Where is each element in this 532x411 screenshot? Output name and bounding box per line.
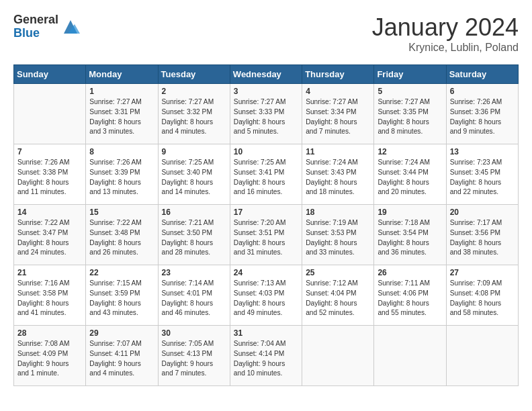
calendar-cell: 12Sunrise: 7:24 AMSunset: 3:44 PMDayligh… xyxy=(374,144,446,205)
day-number: 29 xyxy=(89,328,154,338)
calendar-cell: 29Sunrise: 7:07 AMSunset: 4:11 PMDayligh… xyxy=(86,326,158,386)
calendar-cell: 10Sunrise: 7:25 AMSunset: 3:41 PMDayligh… xyxy=(230,144,302,205)
day-info: Sunrise: 7:25 AMSunset: 3:40 PMDaylight:… xyxy=(162,158,226,197)
day-info: Sunrise: 7:09 AMSunset: 4:08 PMDaylight:… xyxy=(450,279,515,318)
weekday-header: Friday xyxy=(374,65,446,84)
calendar-cell: 21Sunrise: 7:16 AMSunset: 3:58 PMDayligh… xyxy=(14,265,86,326)
day-number: 6 xyxy=(450,87,515,96)
day-number: 21 xyxy=(17,268,82,277)
day-number: 12 xyxy=(378,147,442,156)
day-number: 17 xyxy=(234,208,298,217)
logo: General Blue xyxy=(13,13,80,40)
day-number: 15 xyxy=(89,208,154,217)
day-info: Sunrise: 7:24 AMSunset: 3:44 PMDaylight:… xyxy=(378,158,442,197)
day-info: Sunrise: 7:05 AMSunset: 4:13 PMDaylight:… xyxy=(162,339,226,379)
day-info: Sunrise: 7:08 AMSunset: 4:09 PMDaylight:… xyxy=(17,339,82,379)
location: Krynice, Lublin, Poland xyxy=(372,42,519,54)
calendar-cell: 27Sunrise: 7:09 AMSunset: 4:08 PMDayligh… xyxy=(446,265,518,326)
page-header: General Blue January 2024 Krynice, Lubli… xyxy=(13,13,519,54)
logo-general-text: General xyxy=(13,13,58,27)
day-info: Sunrise: 7:26 AMSunset: 3:36 PMDaylight:… xyxy=(450,97,515,137)
calendar-cell xyxy=(14,84,86,144)
calendar-cell: 7Sunrise: 7:26 AMSunset: 3:38 PMDaylight… xyxy=(14,144,86,205)
day-info: Sunrise: 7:16 AMSunset: 3:58 PMDaylight:… xyxy=(17,279,82,318)
day-number: 10 xyxy=(234,147,298,156)
day-info: Sunrise: 7:15 AMSunset: 3:59 PMDaylight:… xyxy=(89,279,154,318)
weekday-header: Monday xyxy=(86,65,158,84)
calendar-cell: 20Sunrise: 7:17 AMSunset: 3:56 PMDayligh… xyxy=(446,205,518,265)
calendar-cell: 26Sunrise: 7:11 AMSunset: 4:06 PMDayligh… xyxy=(374,265,446,326)
day-info: Sunrise: 7:12 AMSunset: 4:04 PMDaylight:… xyxy=(306,279,370,318)
calendar-cell: 4Sunrise: 7:27 AMSunset: 3:34 PMDaylight… xyxy=(302,84,374,144)
day-info: Sunrise: 7:17 AMSunset: 3:56 PMDaylight:… xyxy=(450,218,515,258)
calendar-cell: 18Sunrise: 7:19 AMSunset: 3:53 PMDayligh… xyxy=(302,205,374,265)
day-number: 18 xyxy=(306,208,370,217)
month-title: January 2024 xyxy=(372,13,519,42)
day-number: 24 xyxy=(234,268,298,277)
day-number: 23 xyxy=(162,268,226,277)
calendar-cell: 13Sunrise: 7:23 AMSunset: 3:45 PMDayligh… xyxy=(446,144,518,205)
day-number: 7 xyxy=(17,147,82,156)
day-number: 4 xyxy=(306,87,370,96)
day-number: 14 xyxy=(17,208,82,217)
day-info: Sunrise: 7:25 AMSunset: 3:41 PMDaylight:… xyxy=(234,158,298,197)
weekday-header: Thursday xyxy=(302,65,374,84)
calendar-cell: 5Sunrise: 7:27 AMSunset: 3:35 PMDaylight… xyxy=(374,84,446,144)
calendar-cell xyxy=(374,326,446,386)
calendar-cell xyxy=(302,326,374,386)
day-info: Sunrise: 7:27 AMSunset: 3:34 PMDaylight:… xyxy=(306,97,370,137)
day-info: Sunrise: 7:27 AMSunset: 3:31 PMDaylight:… xyxy=(89,97,154,137)
day-info: Sunrise: 7:21 AMSunset: 3:50 PMDaylight:… xyxy=(162,218,226,258)
calendar-table: SundayMondayTuesdayWednesdayThursdayFrid… xyxy=(13,64,519,386)
calendar-cell: 11Sunrise: 7:24 AMSunset: 3:43 PMDayligh… xyxy=(302,144,374,205)
calendar-cell: 9Sunrise: 7:25 AMSunset: 3:40 PMDaylight… xyxy=(158,144,230,205)
calendar-cell: 28Sunrise: 7:08 AMSunset: 4:09 PMDayligh… xyxy=(14,326,86,386)
day-info: Sunrise: 7:26 AMSunset: 3:38 PMDaylight:… xyxy=(17,158,82,197)
day-number: 30 xyxy=(162,328,226,338)
day-number: 5 xyxy=(378,87,442,96)
calendar-cell: 19Sunrise: 7:18 AMSunset: 3:54 PMDayligh… xyxy=(374,205,446,265)
day-info: Sunrise: 7:20 AMSunset: 3:51 PMDaylight:… xyxy=(234,218,298,258)
calendar-cell: 25Sunrise: 7:12 AMSunset: 4:04 PMDayligh… xyxy=(302,265,374,326)
day-number: 9 xyxy=(162,147,226,156)
calendar-cell: 15Sunrise: 7:22 AMSunset: 3:48 PMDayligh… xyxy=(86,205,158,265)
day-info: Sunrise: 7:22 AMSunset: 3:47 PMDaylight:… xyxy=(17,218,82,258)
calendar-cell: 3Sunrise: 7:27 AMSunset: 3:33 PMDaylight… xyxy=(230,84,302,144)
day-number: 8 xyxy=(89,147,154,156)
day-number: 27 xyxy=(450,268,515,277)
day-info: Sunrise: 7:26 AMSunset: 3:39 PMDaylight:… xyxy=(89,158,154,197)
day-info: Sunrise: 7:11 AMSunset: 4:06 PMDaylight:… xyxy=(378,279,442,318)
day-number: 11 xyxy=(306,147,370,156)
logo-blue-text: Blue xyxy=(13,27,58,40)
day-info: Sunrise: 7:04 AMSunset: 4:14 PMDaylight:… xyxy=(234,339,298,379)
day-number: 2 xyxy=(162,87,226,96)
calendar-cell: 8Sunrise: 7:26 AMSunset: 3:39 PMDaylight… xyxy=(86,144,158,205)
day-info: Sunrise: 7:27 AMSunset: 3:32 PMDaylight:… xyxy=(162,97,226,137)
calendar-cell: 17Sunrise: 7:20 AMSunset: 3:51 PMDayligh… xyxy=(230,205,302,265)
day-number: 26 xyxy=(378,268,442,277)
calendar-cell: 23Sunrise: 7:14 AMSunset: 4:01 PMDayligh… xyxy=(158,265,230,326)
day-number: 3 xyxy=(234,87,298,96)
calendar-cell: 2Sunrise: 7:27 AMSunset: 3:32 PMDaylight… xyxy=(158,84,230,144)
day-info: Sunrise: 7:27 AMSunset: 3:33 PMDaylight:… xyxy=(234,97,298,137)
day-number: 25 xyxy=(306,268,370,277)
day-number: 1 xyxy=(89,87,154,96)
calendar-cell: 6Sunrise: 7:26 AMSunset: 3:36 PMDaylight… xyxy=(446,84,518,144)
day-number: 22 xyxy=(89,268,154,277)
calendar-cell xyxy=(446,326,518,386)
calendar-cell: 24Sunrise: 7:13 AMSunset: 4:03 PMDayligh… xyxy=(230,265,302,326)
day-number: 20 xyxy=(450,208,515,217)
day-info: Sunrise: 7:27 AMSunset: 3:35 PMDaylight:… xyxy=(378,97,442,137)
day-info: Sunrise: 7:14 AMSunset: 4:01 PMDaylight:… xyxy=(162,279,226,318)
day-info: Sunrise: 7:13 AMSunset: 4:03 PMDaylight:… xyxy=(234,279,298,318)
calendar-cell: 22Sunrise: 7:15 AMSunset: 3:59 PMDayligh… xyxy=(86,265,158,326)
calendar-cell: 16Sunrise: 7:21 AMSunset: 3:50 PMDayligh… xyxy=(158,205,230,265)
day-number: 31 xyxy=(234,328,298,338)
weekday-header: Tuesday xyxy=(158,65,230,84)
logo-icon xyxy=(61,17,80,36)
day-number: 13 xyxy=(450,147,515,156)
calendar-cell: 30Sunrise: 7:05 AMSunset: 4:13 PMDayligh… xyxy=(158,326,230,386)
calendar-cell: 31Sunrise: 7:04 AMSunset: 4:14 PMDayligh… xyxy=(230,326,302,386)
day-info: Sunrise: 7:19 AMSunset: 3:53 PMDaylight:… xyxy=(306,218,370,258)
day-info: Sunrise: 7:24 AMSunset: 3:43 PMDaylight:… xyxy=(306,158,370,197)
